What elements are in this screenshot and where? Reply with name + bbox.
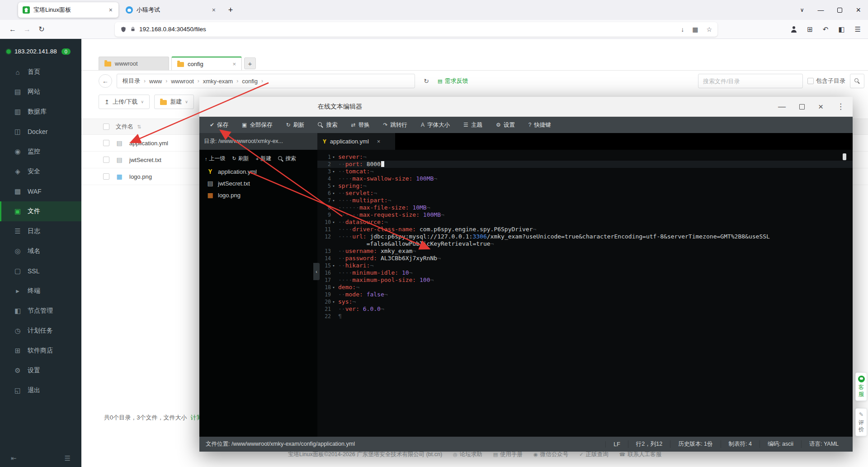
extensions-icon[interactable]: ⊞ [807, 25, 813, 33]
feedback-link[interactable]: ▤ 需求反馈 [438, 77, 468, 85]
code-line-8[interactable]: 8······max-file-size: 10MB¬ [317, 204, 853, 211]
editor-file-tab[interactable]: Y application.yml × [317, 133, 395, 150]
new-fm-tab-button[interactable]: + [244, 57, 256, 69]
shield-icon[interactable] [120, 26, 127, 33]
checkbox-icon[interactable] [807, 78, 814, 84]
filename-column-header[interactable]: 文件名 [116, 123, 133, 131]
sidebar-item-logout[interactable]: ◱退出 [0, 381, 81, 400]
row-checkbox[interactable] [103, 173, 109, 180]
history-icon[interactable]: ↶ [823, 25, 829, 33]
tab-close-icon[interactable]: × [211, 6, 217, 14]
message-count-badge[interactable]: 0 [61, 48, 71, 55]
account-icon[interactable] [791, 26, 797, 33]
code-line-21[interactable]: 21··ver: 6.0.0¬ [317, 305, 853, 313]
code-line-9[interactable]: 9······max-request-size: 100MB¬ [317, 211, 853, 219]
code-line-3[interactable]: 3▾··tomcat:¬ [317, 168, 853, 175]
editor-titlebar[interactable]: 在线文本编辑器 — × ⋮ [199, 97, 853, 117]
sidebar-item-ssl[interactable]: ▢SSL [0, 261, 81, 281]
breadcrumb-item[interactable]: xmky-exam [203, 78, 233, 85]
fm-tab-config[interactable]: config× [171, 57, 242, 70]
tree-tool-refresh[interactable]: ↻刷新 [232, 155, 249, 162]
browser-tab-bt-panel[interactable]: 宝塔Linux面板 × [18, 2, 118, 18]
include-subdir-checkbox[interactable]: 包含子目录 [807, 77, 845, 85]
window-minimize-button[interactable]: — [817, 6, 824, 14]
tree-file[interactable]: ▤jwtSecret.txt [199, 177, 317, 189]
collapse-sidebar-icon[interactable]: ⇤ [11, 454, 17, 462]
window-close-button[interactable]: × [856, 5, 861, 15]
breadcrumb-item[interactable]: www [149, 78, 162, 85]
sidebar-item-terminal[interactable]: ▸终端 [0, 281, 81, 301]
sidebar-item-waf[interactable]: ▩WAF [0, 181, 81, 201]
editor-toolbar-refresh[interactable]: ↻刷新 [279, 117, 311, 133]
fold-toggle-icon[interactable]: ▾ [331, 219, 336, 226]
breadcrumb-item[interactable]: config [242, 78, 258, 85]
sidebar-item-node[interactable]: ◧节点管理 [0, 301, 81, 321]
row-checkbox[interactable] [103, 157, 109, 163]
sidebar-item-monitor[interactable]: ◉监控 [0, 142, 81, 162]
editor-toolbar-replace[interactable]: ⇄替换 [344, 117, 376, 133]
tab-close-icon[interactable]: × [232, 61, 236, 67]
editor-toolbar-theme[interactable]: ☰主题 [457, 117, 489, 133]
sidebar-item-docker[interactable]: ◫Docker [0, 122, 81, 142]
code-line-14[interactable]: 14··password: AL3CBb6Xj7xyRnNb¬ [317, 255, 853, 262]
fold-toggle-icon[interactable]: ▾ [331, 153, 336, 161]
code-line-15[interactable]: 15▾··hikari:¬ [317, 262, 853, 269]
upload-download-button[interactable]: ↥ 上传/下载 ∨ [99, 95, 150, 109]
fm-tab-wwwroot[interactable]: wwwroot [99, 57, 169, 70]
code-line-22[interactable]: 22¶ [317, 313, 853, 320]
editor-toolbar-search[interactable]: 搜索 [311, 117, 344, 133]
sidebar-item-files[interactable]: ▣文件 [0, 201, 81, 221]
code-editor[interactable]: 1▾server:¬2··port: 80003▾··tomcat:¬4····… [317, 150, 853, 437]
fold-toggle-icon[interactable]: ▾ [331, 197, 336, 204]
code-line-17[interactable]: 17····maximum-pool-size: 100¬ [317, 276, 853, 284]
menu-list-icon[interactable]: ☰ [65, 454, 71, 462]
fold-toggle-icon[interactable]: ▾ [331, 182, 336, 190]
code-line-19[interactable]: 19··mode: false¬ [317, 291, 853, 298]
editor-toolbar-goto-line[interactable]: ↷跳转行 [377, 117, 415, 133]
code-line-6[interactable]: 6▾··servlet:¬ [317, 190, 853, 197]
sort-icon[interactable]: ⇅ [137, 124, 141, 130]
code-line-13[interactable]: 13··username: xmky_exam¬ [317, 248, 853, 255]
fold-toggle-icon[interactable]: ▾ [331, 190, 336, 197]
footer-link[interactable]: ☎联系人工客服 [619, 451, 661, 458]
footer-link[interactable]: ◉微信公众号 [533, 451, 568, 458]
file-search-button[interactable] [850, 74, 864, 88]
lock-icon[interactable] [130, 26, 136, 32]
fold-toggle-icon[interactable]: ▾ [331, 262, 336, 269]
row-checkbox[interactable] [103, 140, 109, 146]
code-line-7[interactable]: 7▾····multipart:¬ [317, 197, 853, 204]
sidebar-item-security[interactable]: ◈安全 [0, 162, 81, 181]
fold-toggle-icon[interactable]: ▾ [331, 284, 336, 291]
scan-qr-icon[interactable]: ▦ [692, 26, 698, 33]
code-line-12[interactable]: 12····url: jdbc:p6spy:mysql://127.0.0.1:… [317, 233, 853, 240]
select-all-checkbox[interactable] [103, 124, 109, 130]
footer-link[interactable]: ✓正版查询 [579, 451, 608, 458]
sidebar-item-domain[interactable]: ◎域名 [0, 241, 81, 261]
footer-link[interactable]: ▤使用手册 [493, 451, 523, 458]
new-tab-button[interactable]: + [224, 4, 237, 16]
forward-button[interactable]: → [20, 23, 34, 36]
tree-tool-up[interactable]: ↑上一级 [205, 155, 226, 162]
footer-link[interactable]: ◎论坛求助 [453, 451, 482, 458]
editor-directory-label[interactable]: 目录: /www/wwwroot/xmky-ex... [199, 133, 317, 150]
tree-tool-plus[interactable]: +新建 [256, 155, 271, 162]
reload-button[interactable]: ↻ [34, 23, 49, 36]
sidebar-toggle-icon[interactable]: ◧ [838, 25, 844, 33]
editor-toolbar-font-size[interactable]: A字体大小 [414, 117, 457, 133]
editor-close-icon[interactable]: × [818, 102, 823, 112]
tree-collapse-handle[interactable]: ‹ [313, 263, 320, 280]
sidebar-item-settings[interactable]: ⚙设置 [0, 361, 81, 381]
editor-toolbar-settings[interactable]: ⚙设置 [489, 117, 522, 133]
fold-toggle-icon[interactable]: ▾ [331, 168, 336, 175]
url-bar[interactable]: 192.168.0.84:30450/files ↓ ▦ ☆ [115, 22, 717, 37]
file-tab-close-icon[interactable]: × [377, 138, 381, 145]
editor-toolbar-hotkey[interactable]: ?快捷键 [522, 117, 558, 133]
scrollbar-thumb[interactable] [843, 153, 846, 160]
code-line-1[interactable]: 1▾server:¬ [317, 153, 853, 161]
tab-close-icon[interactable]: × [108, 6, 114, 14]
tree-tool-search[interactable]: 搜索 [278, 155, 296, 162]
path-refresh-icon[interactable]: ↻ [420, 74, 433, 88]
code-line-2[interactable]: 2··port: 8000 [317, 161, 853, 168]
code-line-18[interactable]: 18▾demo:¬ [317, 284, 853, 291]
code-line-20[interactable]: 20▾sys:¬ [317, 298, 853, 305]
